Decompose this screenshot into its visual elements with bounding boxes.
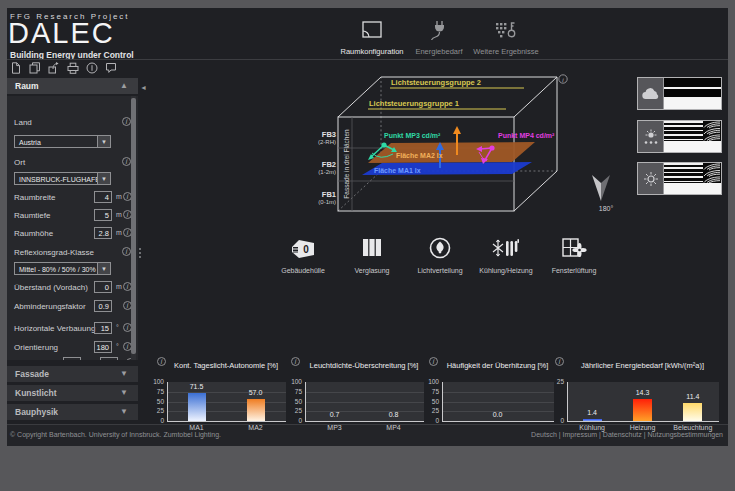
chart-info-icon[interactable]: i: [555, 357, 564, 366]
chevron-down-icon[interactable]: ▼: [97, 263, 110, 274]
bar-value-label: 11.4: [678, 393, 708, 400]
field-unit: m: [116, 211, 122, 218]
y-axis-tick-label: 100: [419, 378, 439, 385]
sky-state-overcast[interactable]: [637, 77, 722, 110]
section-title: Bauphysik: [15, 407, 58, 417]
feedback-icon[interactable]: [105, 62, 117, 74]
sidebar-scrollbar[interactable]: [131, 96, 136, 360]
section-header-fassade[interactable]: Fassade ▼: [7, 366, 138, 382]
copyright-text: © Copyright Bartenbach. University of In…: [10, 431, 221, 438]
section-header-bauphysik[interactable]: Bauphysik ▼: [7, 404, 138, 420]
y-axis-tick-label: 50: [282, 398, 302, 405]
raum-panel: Land i Austria ▼ Ort i INNSBRUCK-FLUGHAF…: [7, 96, 138, 360]
chevron-up-icon: ▲: [120, 78, 128, 94]
shading-preview: [664, 121, 721, 152]
field-label: Orientierung: [14, 343, 58, 352]
field-label: Raumbreite: [14, 193, 55, 202]
chart-plot-area: [305, 382, 424, 422]
info-icon[interactable]: i: [122, 247, 131, 256]
fb3-range: (2-RH): [318, 139, 336, 145]
splitter-handle[interactable]: [139, 246, 142, 260]
sky-state-low-sun[interactable]: [637, 120, 722, 153]
ort-select[interactable]: INNSBRUCK-FLUGHAFEN ▼: [14, 172, 111, 185]
scene-button-kuehlung-heizung[interactable]: Kühlung/Heizung: [477, 236, 535, 274]
bar-value-label: 57.0: [241, 389, 271, 396]
new-file-icon[interactable]: [10, 62, 22, 74]
info-icon[interactable]: i: [122, 117, 131, 126]
section-header-raum[interactable]: Raum ▲: [7, 78, 138, 94]
field-label: Belegungszeit: [14, 359, 64, 360]
chart-bar: [188, 393, 206, 421]
chevron-down-icon[interactable]: ▼: [97, 136, 110, 147]
scene-label: Verglasung: [343, 267, 401, 274]
orientierung-input[interactable]: 180: [94, 341, 112, 353]
footer-links: Deutsch | Impressum | Datenschutz | Nutz…: [531, 431, 723, 438]
gridline: [168, 402, 286, 403]
orientation-compass[interactable]: 180°: [590, 173, 622, 212]
belegungszeit-from-input[interactable]: 8: [63, 357, 81, 360]
about-icon[interactable]: [86, 62, 98, 74]
diagram-info-icon[interactable]: i: [559, 75, 567, 83]
print-icon[interactable]: [67, 62, 79, 74]
facade-axis-label: Fassade in drei Flächen: [343, 129, 350, 199]
section-title: Kunstlicht: [15, 388, 57, 398]
plane-ma2: [368, 142, 535, 163]
duplicate-icon[interactable]: [29, 62, 41, 74]
sidebar-collapse-icon[interactable]: ◄: [140, 84, 147, 91]
scene-label: Kühlung/Heizung: [477, 267, 535, 274]
chart-info-icon[interactable]: i: [429, 357, 438, 366]
footer-link-datenschutz[interactable]: Datenschutz: [603, 431, 642, 438]
compass-angle-label: 180°: [590, 205, 622, 212]
plug-icon: [427, 20, 451, 40]
range-dash: —: [84, 359, 92, 360]
app-title: DALEC: [8, 19, 115, 48]
section-header-kunstlicht[interactable]: Kunstlicht ▼: [7, 385, 138, 401]
room-3d-diagram: Lichtsteuerungsgruppe 2 Lichtsteuerungsg…: [293, 65, 580, 230]
building-envelope-icon: 0: [289, 236, 317, 260]
raumtiefe-input[interactable]: 5: [94, 209, 112, 221]
export-icon[interactable]: [48, 62, 60, 74]
bar-value-label: 0.0: [483, 411, 513, 418]
field-row-abminderungsfaktor: Abminderungsfaktor 0.9 i: [14, 300, 138, 314]
land-select[interactable]: Austria ▼: [14, 135, 111, 148]
scrollbar-thumb[interactable]: [131, 98, 136, 354]
bar-value-label: 14.3: [628, 389, 658, 396]
chart-bar: [247, 399, 265, 421]
footer-link-deutsch[interactable]: Deutsch: [531, 431, 557, 438]
footer-link-nutzungsbestimmungen[interactable]: Nutzungsbestimmungen: [648, 431, 724, 438]
y-axis-tick-label: 75: [144, 388, 164, 395]
y-axis-tick-label: 25: [544, 378, 564, 385]
field-unit: h: [120, 359, 124, 360]
field-row-horizontale-verbauung: Horizontale Verbauung 15 ° i: [14, 322, 138, 336]
scene-button-gebaeudehuelle[interactable]: 0 Gebäudehülle: [274, 236, 332, 274]
land-value: Austria: [19, 139, 41, 146]
field-unit: °: [116, 343, 119, 350]
chart-info-icon[interactable]: i: [157, 357, 166, 366]
field-label-reflexionsgrad: Reflexionsgrad-Klasse: [14, 248, 94, 257]
raumhoehe-input[interactable]: 2.8: [94, 227, 112, 239]
svg-text:i: i: [562, 77, 564, 83]
scene-button-fensterlueftung[interactable]: Fensterlüftung: [545, 236, 603, 274]
raumbreite-input[interactable]: 4: [94, 191, 112, 203]
shading-preview: [664, 163, 721, 194]
sky-state-clear-sun[interactable]: [637, 162, 722, 195]
scene-button-verglasung[interactable]: Verglasung: [343, 236, 401, 274]
chevron-down-icon[interactable]: ▼: [97, 173, 110, 184]
y-axis-tick-label: 0: [144, 417, 164, 424]
reflexionsgrad-select[interactable]: Mittel - 80% / 50% / 30% ▼: [14, 262, 111, 275]
chart-info-icon[interactable]: i: [291, 357, 300, 366]
belegungszeit-to-input[interactable]: 18: [100, 357, 118, 360]
info-icon[interactable]: i: [122, 157, 131, 166]
scene-label: Gebäudehülle: [274, 267, 332, 274]
footer-link-impressum[interactable]: Impressum: [563, 431, 598, 438]
nav-weitere-ergebnisse[interactable]: Weitere Ergebnisse: [464, 20, 548, 56]
horizontale-verbauung-input[interactable]: 15: [94, 322, 112, 334]
low-sun-icon: [638, 121, 664, 152]
section-title: Fassade: [15, 369, 49, 379]
ueberstand-input[interactable]: 0: [94, 281, 112, 293]
fb1-label: FB1: [322, 190, 336, 199]
y-axis-tick-label: 25: [144, 407, 164, 414]
scene-button-lichtverteilung[interactable]: Lichtverteilung: [411, 236, 469, 274]
abminderungsfaktor-input[interactable]: 0.9: [94, 300, 112, 312]
room-plan-icon: [360, 20, 384, 40]
